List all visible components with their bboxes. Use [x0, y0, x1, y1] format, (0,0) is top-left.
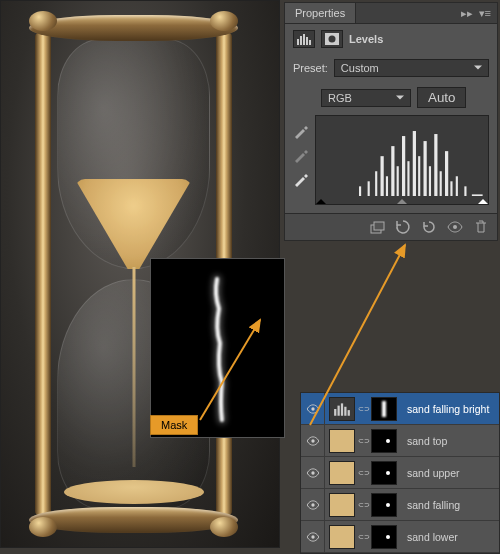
auto-button[interactable]: Auto: [417, 87, 466, 108]
mask-annotation-label: Mask: [150, 415, 198, 435]
layer-name-label[interactable]: sand falling: [401, 499, 499, 511]
svg-rect-10: [381, 156, 384, 196]
svg-rect-8: [368, 181, 370, 196]
layer-mask-thumb[interactable]: [371, 461, 397, 485]
svg-rect-4: [309, 40, 311, 45]
channel-dropdown[interactable]: RGB: [321, 89, 411, 107]
properties-tab[interactable]: Properties: [285, 3, 356, 23]
delete-trash-icon[interactable]: [473, 219, 489, 235]
levels-adjustment-icon[interactable]: [293, 30, 315, 48]
layer-name-label[interactable]: sand falling bright: [401, 403, 499, 415]
svg-rect-19: [429, 166, 431, 196]
layer-visibility-eye-icon[interactable]: [301, 457, 325, 488]
adjustment-type-label: Levels: [349, 33, 383, 45]
layer-row[interactable]: ⊂⊃sand upper: [301, 457, 499, 489]
shadows-input-slider[interactable]: [316, 194, 326, 204]
svg-rect-17: [418, 156, 420, 196]
layer-thumb[interactable]: [329, 493, 355, 517]
white-point-eyedropper-icon[interactable]: [293, 171, 309, 187]
link-icon[interactable]: ⊂⊃: [358, 469, 368, 477]
svg-rect-0: [297, 39, 299, 45]
adjustment-thumb-icon[interactable]: [329, 397, 355, 421]
svg-rect-13: [397, 166, 399, 196]
layers-panel: ⊂⊃sand falling bright⊂⊃sand top⊂⊃sand up…: [300, 392, 500, 554]
layer-mask-thumb[interactable]: [371, 525, 397, 549]
layer-mask-thumb[interactable]: [371, 429, 397, 453]
svg-rect-16: [413, 131, 416, 196]
layer-row[interactable]: ⊂⊃sand top: [301, 425, 499, 457]
layer-mask-thumb[interactable]: [371, 493, 397, 517]
layer-thumb[interactable]: [329, 429, 355, 453]
svg-rect-20: [434, 134, 437, 196]
svg-point-6: [329, 36, 336, 43]
highlights-input-slider[interactable]: [478, 194, 488, 204]
visibility-eye-icon[interactable]: [447, 219, 463, 235]
layer-visibility-eye-icon[interactable]: [301, 521, 325, 552]
svg-rect-21: [440, 171, 442, 196]
svg-rect-15: [407, 161, 409, 196]
layer-thumb[interactable]: [329, 461, 355, 485]
layer-row[interactable]: ⊂⊃sand falling: [301, 489, 499, 521]
black-point-eyedropper-icon[interactable]: [293, 123, 309, 139]
panel-menu-icon[interactable]: ▾≡: [479, 7, 491, 20]
svg-rect-11: [386, 176, 388, 196]
clip-to-layer-icon[interactable]: [369, 219, 385, 235]
link-icon[interactable]: ⊂⊃: [358, 533, 368, 541]
preset-label: Preset:: [293, 62, 328, 74]
svg-rect-25: [464, 186, 466, 196]
svg-rect-14: [402, 136, 405, 196]
svg-rect-1: [300, 36, 302, 45]
properties-panel: Properties ▸▸ ▾≡ Levels Preset: Custom R…: [284, 2, 498, 241]
svg-rect-7: [359, 186, 361, 196]
mask-mode-icon[interactable]: [321, 30, 343, 48]
gray-point-eyedropper-icon[interactable]: [293, 147, 309, 163]
svg-point-38: [311, 503, 314, 506]
svg-rect-2: [303, 34, 305, 45]
svg-point-39: [311, 535, 314, 538]
layer-name-label[interactable]: sand lower: [401, 531, 499, 543]
view-previous-state-icon[interactable]: [395, 219, 411, 235]
layer-visibility-eye-icon[interactable]: [301, 425, 325, 456]
link-icon[interactable]: ⊂⊃: [358, 437, 368, 445]
svg-rect-31: [334, 409, 336, 416]
reset-icon[interactable]: [421, 219, 437, 235]
svg-point-29: [453, 225, 457, 229]
svg-rect-32: [338, 405, 340, 415]
svg-rect-9: [375, 171, 377, 196]
mask-detail-inset: [150, 258, 285, 438]
svg-rect-12: [391, 146, 394, 196]
layer-visibility-eye-icon[interactable]: [301, 393, 325, 424]
svg-point-37: [311, 471, 314, 474]
layer-thumb[interactable]: [329, 525, 355, 549]
svg-point-30: [311, 407, 314, 410]
svg-rect-28: [374, 222, 384, 230]
svg-rect-18: [424, 141, 427, 196]
layer-mask-thumb[interactable]: [371, 397, 397, 421]
svg-rect-35: [348, 410, 350, 416]
preset-dropdown[interactable]: Custom: [334, 59, 489, 77]
layer-name-label[interactable]: sand top: [401, 435, 499, 447]
link-icon[interactable]: ⊂⊃: [358, 501, 368, 509]
collapse-icon[interactable]: ▸▸: [461, 7, 473, 20]
svg-rect-23: [450, 181, 452, 196]
layer-row[interactable]: ⊂⊃sand lower: [301, 521, 499, 553]
svg-rect-33: [341, 403, 343, 415]
svg-rect-22: [445, 151, 448, 196]
layer-row[interactable]: ⊂⊃sand falling bright: [301, 393, 499, 425]
histogram-display[interactable]: [315, 115, 489, 205]
midtones-input-slider[interactable]: [397, 194, 407, 204]
svg-rect-34: [344, 406, 346, 415]
layer-name-label[interactable]: sand upper: [401, 467, 499, 479]
layer-visibility-eye-icon[interactable]: [301, 489, 325, 520]
link-icon[interactable]: ⊂⊃: [358, 405, 368, 413]
svg-point-36: [311, 439, 314, 442]
svg-rect-24: [456, 176, 458, 196]
svg-rect-3: [306, 37, 308, 45]
